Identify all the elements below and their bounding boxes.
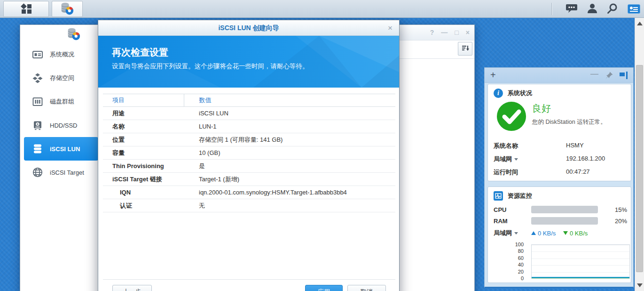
scrollbar-down-arrow[interactable] [637,283,643,287]
ytick-20: 20 [505,269,524,275]
sidebar-item-iscsi-lun[interactable]: iSCSI LUN [24,137,98,161]
table-header-row: 项目 数值 [103,94,395,107]
hdd-drive-icon [31,120,44,131]
window-maximize-button[interactable]: □ [455,29,458,36]
notifications-button[interactable] [565,3,578,16]
health-status-text: 良好 [532,102,551,115]
ytick-40: 40 [505,262,524,267]
table-row: 位置存储空间 1 (可用容量: 141 GB) [103,133,395,146]
storage-volume-cubes-icon [31,73,44,84]
row-value: Target-1 (新增) [184,173,395,186]
search-button[interactable] [607,3,618,16]
chat-bubble-icon [565,3,578,16]
sidebar: 系统概况 存储空间 磁盘群组 [20,25,99,291]
footer-separator [103,279,395,280]
collapse-panel-button[interactable]: — [590,69,598,79]
iscsi-lun-wizard-dialog: iSCSI LUN 创建向导 × 再次检查设置 设置向导将会应用下列设置。这个步… [98,20,400,291]
add-widget-button[interactable]: + [490,70,496,81]
storage-manager-icon [61,2,74,16]
ram-label: RAM [494,218,531,225]
dialog-close-icon[interactable]: × [388,20,393,36]
database-cylinder-icon [31,143,44,154]
search-icon [607,3,618,16]
system-health-widget: i 系统状况 良好 您的 DiskStation 运转正常。 系统名称 HSMY… [487,84,631,181]
taskbar [0,0,644,18]
row-value: 192.168.1.200 [566,155,605,163]
sidebar-menu: 系统概况 存储空间 磁盘群组 [20,43,99,184]
window-help-button[interactable]: ? [430,29,434,36]
panel-layout-icon[interactable] [619,71,628,81]
sidebar-item-iscsi-target[interactable]: iSCSI Target [24,161,98,184]
sidebar-item-hdd-ssd[interactable]: HDD/SSD [24,113,98,137]
row-value: iqn.2000-01.com.synology:HSMY.Target-1.a… [184,186,395,199]
sidebar-item-system-overview[interactable]: 系统概况 [24,43,98,66]
desktop-scrollbar[interactable] [635,18,644,291]
health-row-system-name: 系统名称 HSMY [494,142,626,150]
row-value: 00:47:27 [566,168,590,177]
row-value: 10 (GB) [184,146,395,160]
row-label: iSCSI Target 链接 [103,173,184,186]
banner-heading: 再次检查设置 [112,46,168,59]
download-arrow-icon [563,231,568,235]
pushpin-icon[interactable] [605,71,613,81]
widget-panel: + — i 系统状况 良好 您的 DiskStation 运转正常。 系统名称 … [484,67,634,288]
ram-progress-bar [531,217,598,225]
widgets-toggle-button[interactable] [628,4,640,14]
sort-button[interactable] [458,42,472,56]
row-label: 位置 [103,133,184,146]
table-row: 名称LUN-1 [103,120,395,133]
dialog-title: iSCSI LUN 创建向导 [218,24,279,32]
scrollbar-up-arrow[interactable] [637,22,643,25]
row-label: 运行时间 [494,168,566,177]
taskbar-separator [551,3,552,15]
row-label: 用途 [103,107,184,120]
row-value: 是 [184,160,395,173]
window-toolbar [390,40,474,58]
row-label: 认证 [103,199,184,212]
chevron-down-icon [514,158,518,161]
storage-manager-task-button[interactable] [52,1,83,17]
main-menu-button[interactable] [3,1,49,17]
cancel-button[interactable]: 取消 [347,285,386,291]
upload-speed: 0 KB/s [531,230,563,237]
info-icon: i [494,89,503,98]
back-button[interactable]: 上一步 [112,285,152,291]
health-ok-check-icon [496,101,526,133]
widgets-panel-icon [628,4,640,14]
sidebar-item-disk-group[interactable]: 磁盘群组 [24,90,98,113]
banner-subtitle: 设置向导将会应用下列设置。这个步骤将会花一些时间，请耐心等待。 [112,62,309,71]
dialog-titlebar[interactable]: iSCSI LUN 创建向导 × [98,20,399,36]
ram-usage-row: RAM 20% [494,217,627,225]
cpu-progress-bar [531,206,598,213]
globe-icon [31,167,44,178]
row-value: 无 [184,199,395,212]
table-row: 用途iSCSI LUN [103,107,395,120]
ram-percent: 20% [598,218,627,225]
scrollbar-thumb[interactable] [636,65,643,272]
storage-manager-app-icon [67,27,80,42]
row-label: 局域网 [494,155,512,162]
lan-dropdown[interactable]: 局域网 [494,229,531,237]
resource-monitor-widget: 资源监控 CPU 15% RAM 20% 局域网 0 KB/s 0 KB/s 1… [487,186,631,283]
sidebar-item-label: 存储空间 [50,74,74,82]
row-label: Thin Provisioning [103,160,184,173]
dialog-banner: 再次检查设置 设置向导将会应用下列设置。这个步骤将会花一些时间，请耐心等待。 [98,36,399,88]
column-header-item: 项目 [103,94,184,107]
download-speed: 0 KB/s [563,230,588,237]
toolbar-separator [390,58,474,59]
table-row: IQNiqn.2000-01.com.synology:HSMY.Target-… [103,186,395,199]
row-label: 名称 [103,120,184,133]
user-menu-button[interactable] [587,3,597,16]
window-minimize-button[interactable]: — [441,29,448,36]
banner-polygon-art [98,36,399,88]
window-close-button[interactable]: × [466,29,470,36]
apply-button[interactable]: 应用 [305,285,343,291]
sidebar-item-label: iSCSI LUN [50,146,80,153]
sidebar-item-label: 系统概况 [50,50,74,59]
ytick-80: 80 [505,248,524,254]
sidebar-item-storage-volume[interactable]: 存储空间 [24,66,98,90]
table-row: iSCSI Target 链接Target-1 (新增) [103,173,395,186]
upload-line [532,277,629,278]
sidebar-item-label: 磁盘群组 [50,97,74,106]
lan-dropdown[interactable]: 局域网 [494,155,566,163]
